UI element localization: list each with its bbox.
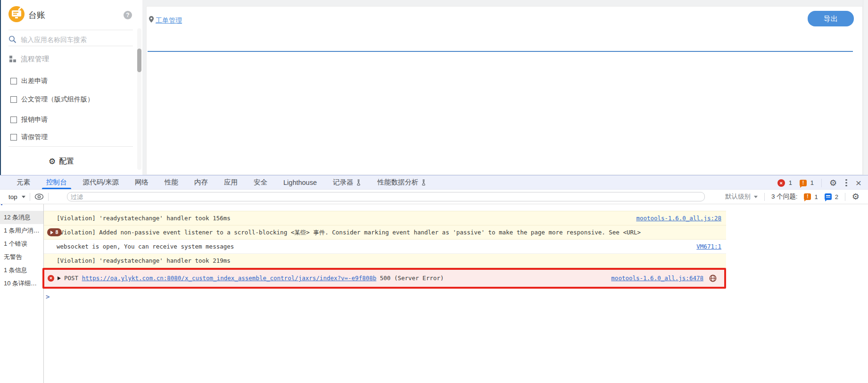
divider bbox=[8, 30, 133, 30]
globe-icon[interactable] bbox=[709, 275, 717, 282]
page-scrollbar[interactable] bbox=[863, 0, 868, 175]
issues-indicator[interactable]: ! 1 bbox=[800, 179, 814, 186]
close-icon[interactable]: × bbox=[856, 178, 861, 188]
checkbox-icon[interactable] bbox=[10, 134, 17, 141]
export-button[interactable]: 导出 bbox=[808, 11, 854, 26]
app-title: 台账 bbox=[28, 9, 45, 21]
breadcrumb-link[interactable]: 工单管理 bbox=[156, 17, 182, 25]
console-filter-warnings[interactable]: 无警告 bbox=[0, 250, 43, 264]
modules-icon bbox=[9, 56, 17, 63]
request-url-link[interactable]: https://oa.ylykt.com.cn:8080/x_custom_in… bbox=[82, 275, 377, 282]
search-input[interactable] bbox=[20, 34, 121, 45]
issues-message-count: 2 bbox=[835, 193, 838, 200]
console-message-violation: [Violation] 'readystatechange' handler t… bbox=[44, 211, 726, 225]
issue-count: 1 bbox=[810, 179, 814, 186]
tab-label: 源代码/来源 bbox=[83, 178, 119, 187]
checkbox-icon[interactable] bbox=[10, 117, 17, 123]
tab-application[interactable]: 应用 bbox=[216, 175, 246, 189]
sidebar-item-reimbursement[interactable]: 报销申请 bbox=[10, 116, 48, 124]
console-body: 12 条消息 1 条用户消… 1 个错误 无警告 1 条信息 10 条详细… [… bbox=[0, 204, 868, 383]
live-expression-eye-icon[interactable] bbox=[34, 193, 44, 200]
devtools-panel: 元素 控制台 源代码/来源 网络 性能 内存 应用 安全 Lighthouse … bbox=[0, 175, 868, 383]
tab-sources[interactable]: 源代码/来源 bbox=[75, 175, 127, 189]
tab-console[interactable]: 控制台 bbox=[38, 175, 75, 189]
console-error-indicator[interactable]: × 1 bbox=[777, 179, 792, 187]
console-sidebar: 12 条消息 1 条用户消… 1 个错误 无警告 1 条信息 10 条详细… bbox=[0, 204, 44, 383]
divider bbox=[764, 193, 765, 201]
chevron-down-icon bbox=[22, 196, 25, 198]
context-selector[interactable]: top bbox=[8, 193, 17, 200]
issues-error-count: 1 bbox=[814, 193, 818, 200]
tab-performance-insights[interactable]: 性能数据分析 bbox=[369, 175, 434, 189]
tab-label: 性能 bbox=[165, 178, 178, 187]
search-icon bbox=[8, 35, 17, 43]
message-text: [Violation] 'readystatechange' handler t… bbox=[44, 215, 231, 222]
console-filter-info[interactable]: 1 条信息 bbox=[0, 264, 43, 277]
tab-elements[interactable]: 元素 bbox=[8, 175, 38, 189]
sidebar-item-official-doc[interactable]: 公文管理（版式组件版） bbox=[10, 95, 94, 104]
sidebar-item-business-trip[interactable]: 出差申请 bbox=[10, 77, 48, 85]
help-icon[interactable]: ? bbox=[124, 11, 132, 19]
console-settings-gear-icon[interactable]: ⚙ bbox=[852, 192, 860, 201]
error-count: 1 bbox=[789, 179, 792, 186]
flask-icon bbox=[356, 179, 361, 186]
sidebar-section-label: 流程管理 bbox=[21, 55, 49, 64]
main-content-card: 工单管理 导出 bbox=[146, 6, 863, 175]
tab-network[interactable]: 网络 bbox=[127, 175, 157, 189]
divider bbox=[48, 193, 49, 201]
console-toolbar-left: top bbox=[8, 190, 49, 204]
response-status: 500 (Server Error) bbox=[376, 275, 444, 282]
console-filter-input[interactable] bbox=[67, 192, 705, 201]
log-level-dropdown[interactable]: 默认级别 bbox=[725, 192, 758, 201]
tab-label: Lighthouse bbox=[283, 179, 317, 186]
source-link[interactable]: mootools-1.6.0_all.js:6478 bbox=[611, 270, 703, 287]
more-options-icon[interactable] bbox=[844, 178, 848, 188]
message-bubble-icon bbox=[825, 193, 832, 200]
config-button[interactable]: ⚙ 配置 bbox=[1, 156, 122, 167]
sidebar-scrollbar-thumb[interactable] bbox=[137, 49, 141, 72]
issue-icon: ! bbox=[800, 180, 807, 186]
console-filter-errors[interactable]: 1 个错误 bbox=[0, 237, 43, 250]
group-count: 8 bbox=[55, 225, 58, 239]
console-filter-verbose[interactable]: 10 条详细… bbox=[0, 277, 43, 290]
issues-message-badge[interactable]: 2 bbox=[825, 193, 838, 200]
console-filter-user-messages[interactable]: 1 条用户消… bbox=[0, 224, 43, 237]
settings-gear-icon[interactable]: ⚙ bbox=[829, 179, 837, 187]
issues-summary-label[interactable]: 3 个问题: bbox=[771, 192, 798, 201]
expand-triangle-icon[interactable] bbox=[58, 276, 61, 280]
devtools-tabbar: 元素 控制台 源代码/来源 网络 性能 内存 应用 安全 Lighthouse … bbox=[0, 175, 868, 190]
message-text: POST https://oa.ylykt.com.cn:8080/x_cust… bbox=[44, 275, 444, 282]
error-highlight-annotation: × POST https://oa.ylykt.com.cn:8080/x_cu… bbox=[42, 268, 726, 289]
tab-performance[interactable]: 性能 bbox=[157, 175, 186, 189]
source-link[interactable]: mootools-1.6.0_all.js:28 bbox=[636, 211, 721, 225]
expand-triangle-icon bbox=[50, 231, 53, 234]
console-message-error: × POST https://oa.ylykt.com.cn:8080/x_cu… bbox=[44, 270, 724, 287]
tab-label: 控制台 bbox=[46, 178, 67, 187]
divider bbox=[30, 193, 30, 201]
console-prompt[interactable]: > bbox=[44, 292, 726, 301]
issues-error-badge[interactable]: ! 1 bbox=[804, 193, 818, 200]
monitor-stand-glyph bbox=[15, 17, 18, 18]
checkbox-icon[interactable] bbox=[10, 96, 17, 103]
menu-item-label: 报销申请 bbox=[21, 116, 48, 124]
sidebar-item-leave[interactable]: 请假管理 bbox=[10, 133, 48, 142]
tab-memory[interactable]: 内存 bbox=[186, 175, 216, 189]
tab-security[interactable]: 安全 bbox=[246, 175, 275, 189]
error-icon: × bbox=[777, 179, 785, 187]
tab-label: 安全 bbox=[254, 178, 267, 187]
flask-icon bbox=[421, 179, 426, 186]
divider bbox=[8, 46, 133, 46]
tab-label: 应用 bbox=[224, 178, 238, 187]
checkbox-icon[interactable] bbox=[10, 78, 17, 84]
tab-lighthouse[interactable]: Lighthouse bbox=[275, 175, 325, 189]
console-toolbar: top 默认级别 3 个问题: ! 1 bbox=[0, 190, 868, 204]
source-link[interactable]: VM671:1 bbox=[696, 240, 721, 253]
tab-recorder[interactable]: 记录器 bbox=[325, 175, 370, 189]
menu-item-label: 公文管理（版式组件版） bbox=[21, 95, 94, 104]
console-message-log: websocket is open, You can receive syste… bbox=[44, 240, 726, 254]
config-label: 配置 bbox=[59, 157, 74, 167]
prompt-chevron-icon: > bbox=[46, 293, 50, 300]
tab-label: 元素 bbox=[17, 178, 30, 187]
expand-count-badge[interactable]: 8 bbox=[47, 228, 62, 236]
console-filter-all-messages[interactable]: 12 条消息 bbox=[0, 211, 43, 224]
